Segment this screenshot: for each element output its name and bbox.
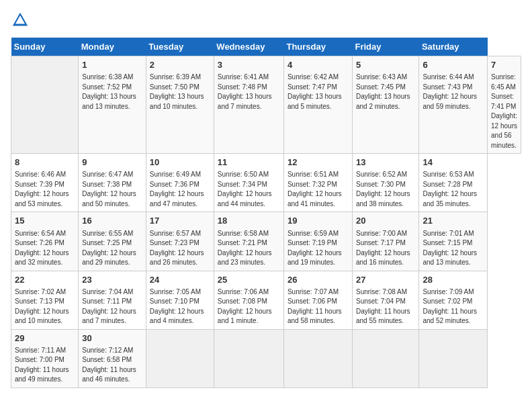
day-info: Sunrise: 7:02 AM Sunset: 7:13 PM Dayligh… xyxy=(15,287,75,326)
day-cell: 22Sunrise: 7:02 AM Sunset: 7:13 PM Dayli… xyxy=(11,271,79,329)
day-info: Sunrise: 7:01 AM Sunset: 7:15 PM Dayligh… xyxy=(423,229,484,268)
day-cell: 11Sunrise: 6:50 AM Sunset: 7:34 PM Dayli… xyxy=(214,154,283,212)
day-number: 14 xyxy=(423,156,484,169)
day-info: Sunrise: 6:54 AM Sunset: 7:26 PM Dayligh… xyxy=(15,229,75,268)
day-number: 4 xyxy=(287,59,349,71)
day-number: 16 xyxy=(82,215,142,227)
day-number: 29 xyxy=(15,332,75,345)
day-cell xyxy=(419,329,488,387)
day-cell: 30Sunrise: 7:12 AM Sunset: 6:58 PM Dayli… xyxy=(79,329,146,387)
day-info: Sunrise: 7:04 AM Sunset: 7:11 PM Dayligh… xyxy=(82,287,142,326)
day-info: Sunrise: 7:12 AM Sunset: 6:58 PM Dayligh… xyxy=(82,346,142,385)
day-info: Sunrise: 6:45 AM Sunset: 7:41 PM Dayligh… xyxy=(491,73,517,150)
day-cell: 13Sunrise: 6:52 AM Sunset: 7:30 PM Dayli… xyxy=(352,154,418,212)
day-info: Sunrise: 7:09 AM Sunset: 7:02 PM Dayligh… xyxy=(423,287,484,326)
day-number: 7 xyxy=(491,59,517,71)
day-cell: 27Sunrise: 7:08 AM Sunset: 7:04 PM Dayli… xyxy=(352,271,418,329)
day-info: Sunrise: 6:49 AM Sunset: 7:36 PM Dayligh… xyxy=(150,170,210,209)
day-info: Sunrise: 6:53 AM Sunset: 7:28 PM Dayligh… xyxy=(423,170,484,209)
day-number: 2 xyxy=(150,59,210,71)
day-info: Sunrise: 7:00 AM Sunset: 7:17 PM Dayligh… xyxy=(356,229,415,268)
day-info: Sunrise: 6:39 AM Sunset: 7:50 PM Dayligh… xyxy=(150,73,210,111)
day-cell: 10Sunrise: 6:49 AM Sunset: 7:36 PM Dayli… xyxy=(146,154,214,212)
day-cell: 18Sunrise: 6:58 AM Sunset: 7:21 PM Dayli… xyxy=(214,212,283,271)
header-cell-tuesday: Tuesday xyxy=(146,38,214,56)
day-info: Sunrise: 7:11 AM Sunset: 7:00 PM Dayligh… xyxy=(15,346,75,385)
day-info: Sunrise: 6:42 AM Sunset: 7:47 PM Dayligh… xyxy=(287,73,349,111)
day-info: Sunrise: 6:58 AM Sunset: 7:21 PM Dayligh… xyxy=(218,229,280,268)
header-row: SundayMondayTuesdayWednesdayThursdayFrid… xyxy=(11,38,521,56)
day-cell xyxy=(352,329,418,387)
calendar-table: SundayMondayTuesdayWednesdayThursdayFrid… xyxy=(11,38,521,388)
day-info: Sunrise: 6:44 AM Sunset: 7:43 PM Dayligh… xyxy=(423,73,484,111)
day-info: Sunrise: 6:47 AM Sunset: 7:38 PM Dayligh… xyxy=(82,170,142,209)
day-cell xyxy=(146,329,214,387)
week-row-4: 22Sunrise: 7:02 AM Sunset: 7:13 PM Dayli… xyxy=(11,271,521,329)
day-number: 21 xyxy=(423,215,484,227)
day-cell: 16Sunrise: 6:55 AM Sunset: 7:25 PM Dayli… xyxy=(79,212,146,271)
header-cell-sunday: Sunday xyxy=(11,38,79,56)
day-cell: 28Sunrise: 7:09 AM Sunset: 7:02 PM Dayli… xyxy=(419,271,488,329)
day-number: 15 xyxy=(15,215,75,227)
day-cell xyxy=(283,329,352,387)
day-info: Sunrise: 6:52 AM Sunset: 7:30 PM Dayligh… xyxy=(356,170,415,209)
day-number: 9 xyxy=(82,156,142,169)
day-info: Sunrise: 7:08 AM Sunset: 7:04 PM Dayligh… xyxy=(356,287,415,326)
day-cell: 21Sunrise: 7:01 AM Sunset: 7:15 PM Dayli… xyxy=(419,212,488,271)
day-info: Sunrise: 6:43 AM Sunset: 7:45 PM Dayligh… xyxy=(356,73,415,111)
day-number: 10 xyxy=(150,156,210,169)
day-cell: 20Sunrise: 7:00 AM Sunset: 7:17 PM Dayli… xyxy=(352,212,418,271)
day-cell: 17Sunrise: 6:57 AM Sunset: 7:23 PM Dayli… xyxy=(146,212,214,271)
week-row-5: 29Sunrise: 7:11 AM Sunset: 7:00 PM Dayli… xyxy=(11,329,521,387)
day-cell: 26Sunrise: 7:07 AM Sunset: 7:06 PM Dayli… xyxy=(283,271,352,329)
day-number: 1 xyxy=(82,59,142,71)
header-cell-thursday: Thursday xyxy=(283,38,352,56)
day-info: Sunrise: 6:46 AM Sunset: 7:39 PM Dayligh… xyxy=(15,170,75,209)
day-cell: 4Sunrise: 6:42 AM Sunset: 7:47 PM Daylig… xyxy=(283,56,352,154)
day-cell xyxy=(214,329,283,387)
day-cell: 2Sunrise: 6:39 AM Sunset: 7:50 PM Daylig… xyxy=(146,56,214,154)
day-cell: 12Sunrise: 6:51 AM Sunset: 7:32 PM Dayli… xyxy=(283,154,352,212)
week-row-3: 15Sunrise: 6:54 AM Sunset: 7:26 PM Dayli… xyxy=(11,212,521,271)
day-info: Sunrise: 6:38 AM Sunset: 7:52 PM Dayligh… xyxy=(82,73,142,111)
day-number: 8 xyxy=(15,156,75,169)
header-cell-friday: Friday xyxy=(352,38,418,56)
day-number: 17 xyxy=(150,215,210,227)
day-info: Sunrise: 6:55 AM Sunset: 7:25 PM Dayligh… xyxy=(82,229,142,268)
day-cell: 8Sunrise: 6:46 AM Sunset: 7:39 PM Daylig… xyxy=(11,154,79,212)
day-number: 30 xyxy=(82,332,142,345)
day-number: 11 xyxy=(218,156,280,169)
day-number: 26 xyxy=(287,274,349,286)
day-cell: 24Sunrise: 7:05 AM Sunset: 7:10 PM Dayli… xyxy=(146,271,214,329)
day-number: 3 xyxy=(218,59,280,71)
day-info: Sunrise: 6:41 AM Sunset: 7:48 PM Dayligh… xyxy=(218,73,280,111)
day-cell: 9Sunrise: 6:47 AM Sunset: 7:38 PM Daylig… xyxy=(79,154,146,212)
day-cell: 19Sunrise: 6:59 AM Sunset: 7:19 PM Dayli… xyxy=(283,212,352,271)
day-number: 25 xyxy=(218,274,280,286)
day-cell: 23Sunrise: 7:04 AM Sunset: 7:11 PM Dayli… xyxy=(79,271,146,329)
day-number: 28 xyxy=(423,274,484,286)
day-number: 22 xyxy=(15,274,75,286)
day-cell: 6Sunrise: 6:44 AM Sunset: 7:43 PM Daylig… xyxy=(419,56,488,154)
header-cell-wednesday: Wednesday xyxy=(214,38,283,56)
day-number: 6 xyxy=(423,59,484,71)
day-cell: 3Sunrise: 6:41 AM Sunset: 7:48 PM Daylig… xyxy=(214,56,283,154)
day-number: 24 xyxy=(150,274,210,286)
header-cell-saturday: Saturday xyxy=(419,38,488,56)
day-cell: 1Sunrise: 6:38 AM Sunset: 7:52 PM Daylig… xyxy=(79,56,146,154)
day-info: Sunrise: 7:06 AM Sunset: 7:08 PM Dayligh… xyxy=(218,287,280,326)
day-number: 12 xyxy=(287,156,349,169)
day-cell: 25Sunrise: 7:06 AM Sunset: 7:08 PM Dayli… xyxy=(214,271,283,329)
logo-icon xyxy=(11,11,30,30)
day-number: 20 xyxy=(356,215,415,227)
day-number: 19 xyxy=(287,215,349,227)
day-info: Sunrise: 7:07 AM Sunset: 7:06 PM Dayligh… xyxy=(287,287,349,326)
day-info: Sunrise: 6:50 AM Sunset: 7:34 PM Dayligh… xyxy=(218,170,280,209)
day-cell: 7Sunrise: 6:45 AM Sunset: 7:41 PM Daylig… xyxy=(488,56,521,154)
day-number: 13 xyxy=(356,156,415,169)
day-cell: 5Sunrise: 6:43 AM Sunset: 7:45 PM Daylig… xyxy=(352,56,418,154)
logo xyxy=(11,11,32,30)
day-number: 23 xyxy=(82,274,142,286)
page-header xyxy=(11,11,521,30)
day-info: Sunrise: 6:57 AM Sunset: 7:23 PM Dayligh… xyxy=(150,229,210,268)
